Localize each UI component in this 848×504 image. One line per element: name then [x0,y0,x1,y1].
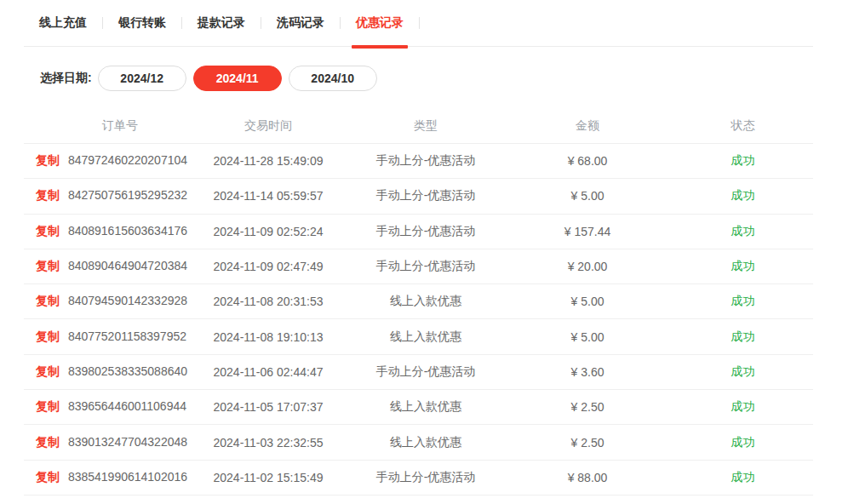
order-id: 840775201158397952 [68,329,186,343]
status-text: 成功 [656,399,813,415]
transaction-type: 线上入款优惠 [332,399,519,415]
copy-button[interactable]: 复制 [36,364,60,378]
transaction-time: 2024-11-08 19:10:13 [204,330,332,344]
amount: ¥ 3.60 [519,365,656,379]
order-id: 840890464904720384 [68,259,187,272]
transaction-type: 手动上分-优惠活动 [332,188,519,203]
amount: ¥ 88.00 [519,471,656,484]
copy-button[interactable]: 复制 [36,435,60,449]
tab-label: 提款记录 [198,15,245,31]
order-id: 847972460220207104 [68,153,187,167]
date-option-2024-12[interactable]: 2024/12 [98,66,186,91]
order-id: 840794590142332928 [68,294,187,307]
col-header-order-id: 订单号 [24,118,204,134]
transaction-type: 手动上分-优惠活动 [332,259,519,274]
tab-label: 银行转账 [118,15,166,31]
transaction-type: 手动上分-优惠活动 [332,224,519,239]
tab-bank-transfer[interactable]: 银行转账 [103,0,181,47]
transaction-type: 线上入款优惠 [332,294,519,309]
tab-online-recharge[interactable]: 线上充值 [24,0,102,47]
amount: ¥ 5.00 [519,295,656,308]
table-row: 复制 840891615603634176 2024-11-09 02:52:2… [24,215,813,249]
table-row: 复制 840794590142332928 2024-11-08 20:31:5… [24,284,813,319]
transaction-time: 2024-11-08 20:31:53 [204,295,332,308]
tab-divider [419,17,420,29]
amount: ¥ 5.00 [519,189,656,203]
order-id: 838541990614102016 [68,470,187,484]
date-option-2024-10[interactable]: 2024/10 [289,66,377,91]
status-text: 成功 [656,294,813,309]
transaction-time: 2024-11-28 15:49:09 [204,154,332,168]
copy-button[interactable]: 复制 [36,399,60,413]
transaction-type: 手动上分-优惠活动 [332,470,519,485]
transaction-type: 手动上分-优惠活动 [332,364,519,380]
amount: ¥ 2.50 [519,436,656,450]
copy-button[interactable]: 复制 [36,188,60,202]
col-header-transaction-time: 交易时间 [204,118,332,134]
table-row: 复制 847972460220207104 2024-11-28 15:49:0… [24,144,813,179]
transaction-time: 2024-11-06 02:44:47 [204,365,332,379]
table-row: 复制 840775201158397952 2024-11-08 19:10:1… [24,319,813,354]
copy-button[interactable]: 复制 [36,294,60,307]
amount: ¥ 68.00 [519,154,656,168]
table-row: 复制 839802538335088640 2024-11-06 02:44:4… [24,355,813,390]
date-filter-row: 选择日期: 2024/12 2024/11 2024/10 [40,66,848,91]
table-row: 复制 840890464904720384 2024-11-09 02:47:4… [24,249,813,284]
copy-button[interactable]: 复制 [36,153,60,167]
order-id: 840891615603634176 [68,224,187,238]
transaction-time: 2024-11-14 05:59:57 [204,189,332,203]
transaction-time: 2024-11-09 02:47:49 [204,260,332,273]
transaction-time: 2024-11-09 02:52:24 [204,225,332,238]
transaction-time: 2024-11-02 15:15:49 [204,471,332,484]
col-header-amount: 金额 [519,118,656,134]
status-text: 成功 [656,259,813,274]
transaction-type: 线上入款优惠 [332,329,519,345]
amount: ¥ 20.00 [519,260,656,273]
table-row: 复制 839013247704322048 2024-11-03 22:32:5… [24,425,813,460]
date-filter-label: 选择日期: [40,71,92,86]
table-header-row: 订单号 交易时间 类型 金额 状态 [24,108,813,144]
status-text: 成功 [656,153,813,169]
col-header-status: 状态 [656,118,813,134]
status-text: 成功 [656,224,813,239]
copy-button[interactable]: 复制 [36,259,60,272]
amount: ¥ 2.50 [519,400,656,414]
tab-label: 线上充值 [39,15,87,31]
transaction-time: 2024-11-05 17:07:37 [204,400,332,414]
order-id: 839013247704322048 [68,435,187,449]
tab-withdrawal-records[interactable]: 提款记录 [182,0,261,47]
status-text: 成功 [656,329,813,345]
tab-label: 优惠记录 [356,15,404,31]
copy-button[interactable]: 复制 [36,329,60,343]
record-tabs-bar: 线上充值 银行转账 提款记录 洗码记录 优惠记录 [24,0,813,47]
tab-promo-records[interactable]: 优惠记录 [341,0,419,47]
tab-rebate-records[interactable]: 洗码记录 [261,0,340,47]
copy-button[interactable]: 复制 [36,470,60,484]
promo-records-table: 订单号 交易时间 类型 金额 状态 复制 847972460220207104 … [24,108,813,495]
amount: ¥ 5.00 [519,330,656,344]
table-row: 复制 842750756195295232 2024-11-14 05:59:5… [24,179,813,214]
order-id: 839656446001106944 [68,399,186,413]
order-id: 839802538335088640 [68,364,187,378]
status-text: 成功 [656,188,813,203]
date-option-2024-11[interactable]: 2024/11 [193,66,282,91]
tab-label: 洗码记录 [277,15,324,31]
table-row: 复制 838541990614102016 2024-11-02 15:15:4… [24,461,813,495]
transaction-type: 手动上分-优惠活动 [332,153,519,169]
status-text: 成功 [656,470,813,485]
active-tab-underline [352,45,408,49]
status-text: 成功 [656,435,813,450]
order-id: 842750756195295232 [68,188,187,202]
table-row: 复制 839656446001106944 2024-11-05 17:07:3… [24,390,813,425]
copy-button[interactable]: 复制 [36,224,60,238]
amount: ¥ 157.44 [519,225,656,238]
col-header-type: 类型 [332,118,519,134]
status-text: 成功 [656,364,813,380]
transaction-time: 2024-11-03 22:32:55 [204,436,332,450]
transaction-type: 线上入款优惠 [332,435,519,450]
